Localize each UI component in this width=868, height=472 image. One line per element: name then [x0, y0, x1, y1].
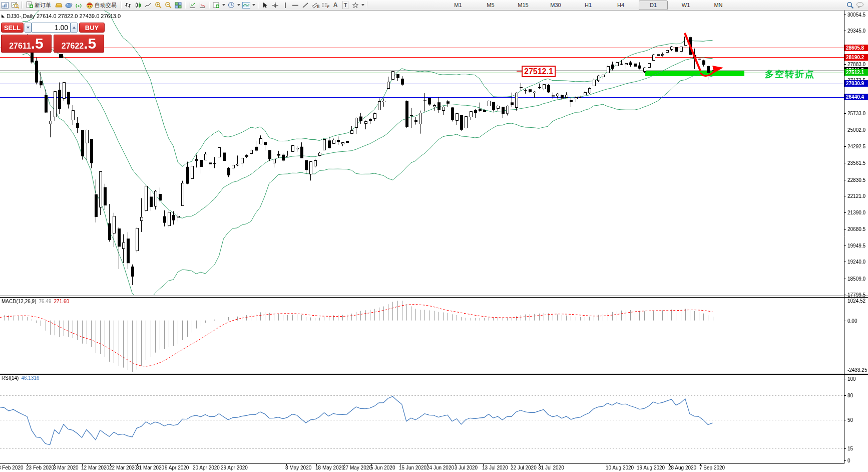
indicator-window-icon[interactable] — [187, 1, 197, 10]
template-icon[interactable] — [241, 1, 251, 10]
toolbar-separator — [22, 2, 23, 9]
candle-chart-mode-icon[interactable] — [133, 1, 143, 10]
period-caret-icon[interactable] — [237, 4, 240, 6]
rsi-indicator-label: RSI(14)46.1316 — [2, 375, 40, 381]
fibo-letter: F — [327, 5, 329, 9]
rsi-title: RSI(14) — [2, 375, 19, 381]
macd-title: MACD(12,26,9) — [2, 299, 36, 304]
arrows-caret-icon[interactable] — [361, 4, 364, 6]
template-caret-icon[interactable] — [252, 4, 255, 6]
date-axis-label: 22 Jul 2020 — [511, 465, 537, 470]
profiles-icon[interactable] — [10, 1, 20, 10]
toolbar-separator — [258, 2, 259, 9]
collapse-triangle-icon[interactable]: ◣ — [2, 14, 5, 18]
timeframe-button-M1[interactable]: M1 — [444, 1, 473, 10]
timeframe-button-M5[interactable]: M5 — [476, 1, 505, 10]
signals-icon[interactable] — [74, 1, 84, 10]
price-chart-canvas[interactable] — [0, 0, 868, 472]
arrows-tool-icon[interactable] — [350, 1, 360, 10]
buy-button[interactable]: BUY — [79, 23, 105, 33]
timeframe-button-M30[interactable]: M30 — [541, 1, 570, 10]
date-axis-label: 3 Mar 2020 — [53, 465, 79, 470]
date-axis-label: 22 Mar 2020 — [109, 465, 137, 470]
auto-trading-icon — [86, 2, 93, 9]
auto-trading-label: 自动交易 — [95, 2, 117, 9]
date-axis-label: 20 Apr 2020 — [193, 465, 220, 470]
sell-price-display[interactable]: 27611.5 — [1, 35, 52, 53]
text-label-tool-icon[interactable]: T — [340, 1, 350, 10]
toolbar-separator — [209, 2, 210, 9]
fibonacci-tool-icon[interactable]: F — [320, 1, 330, 10]
macd-indicator-label: MACD(12,26,9)76.49271.60 — [2, 299, 69, 304]
crosshair-icon[interactable] — [270, 1, 280, 10]
mql5-community-icon[interactable] — [64, 1, 74, 10]
toolbar-separator — [185, 2, 186, 9]
date-axis-label: 29 Apr 2020 — [221, 465, 248, 470]
search-icon[interactable] — [845, 1, 855, 10]
indicator-list-icon[interactable] — [197, 1, 207, 10]
chat-icon[interactable] — [855, 1, 865, 10]
tile-windows-icon[interactable] — [173, 1, 183, 10]
date-axis-label: 9 Apr 2020 — [165, 465, 189, 470]
date-axis-label: 19 Aug 2020 — [637, 465, 665, 470]
turning-point-annotation[interactable]: 多空转折点 — [765, 68, 815, 80]
caret-up-icon — [73, 27, 76, 29]
timeframe-button-D1[interactable]: D1 — [639, 1, 668, 10]
text-tool-icon[interactable]: A — [330, 1, 340, 10]
mt4-window: 新订单 自动交易 — [0, 0, 868, 472]
caret-down-icon — [27, 27, 30, 29]
date-axis-label: 7 Sep 2020 — [699, 465, 725, 470]
volume-input[interactable]: 1.00 — [32, 23, 71, 33]
new-order-label: 新订单 — [35, 2, 51, 9]
axis-price-tag: 28190.2 — [844, 54, 868, 61]
date-axis-label: 3 Jul 2020 — [455, 465, 478, 470]
buy-price-main: 27622 — [62, 38, 84, 55]
sell-button[interactable]: SELL — [1, 23, 24, 33]
new-chart-icon[interactable] — [0, 1, 10, 10]
line-chart-mode-icon[interactable] — [143, 1, 153, 10]
cursor-icon[interactable] — [260, 1, 270, 10]
trendline-tool-icon[interactable] — [300, 1, 310, 10]
axis-price-tag: 27512.1 — [844, 69, 868, 76]
zoom-in-icon[interactable] — [153, 1, 163, 10]
new-order-button[interactable]: 新订单 — [24, 1, 54, 10]
sell-price-frac: .5 — [31, 35, 44, 52]
date-axis: 3 Feb 202023 Feb 20203 Mar 202012 Mar 20… — [0, 464, 868, 472]
horizontal-line-tool-icon[interactable] — [290, 1, 300, 10]
volume-decrease-button[interactable] — [25, 23, 32, 33]
zoom-out-icon[interactable] — [163, 1, 173, 10]
date-axis-label: 10 Aug 2020 — [606, 465, 634, 470]
gold-icon[interactable] — [54, 1, 64, 10]
date-axis-label: 3 Feb 2020 — [0, 465, 24, 470]
vertical-line-tool-icon[interactable] — [280, 1, 290, 10]
date-axis-label: 28 Aug 2020 — [668, 465, 696, 470]
add-indicator-caret-icon[interactable] — [222, 4, 225, 6]
macd-signal-value: 271.60 — [54, 299, 70, 304]
chart-symbol-title: DJ30-,Daily 27614.0 27822.0 27439.0 2761… — [7, 13, 121, 19]
timeframe-toolbar: M1M5M15M30H1H4D1W1MN — [444, 1, 736, 10]
bar-chart-mode-icon[interactable] — [123, 1, 133, 10]
add-indicator-icon[interactable] — [211, 1, 221, 10]
equidistant-channel-tool-icon[interactable]: E — [310, 1, 320, 10]
timeframe-button-H1[interactable]: H1 — [574, 1, 603, 10]
timeframe-button-W1[interactable]: W1 — [671, 1, 700, 10]
one-click-trade-panel: SELL 1.00 BUY 27611.5 27622.5 — [1, 23, 105, 54]
date-axis-label: 13 Jul 2020 — [482, 465, 508, 470]
price-level-annotation[interactable]: 27512.1 — [522, 66, 556, 77]
volume-increase-button[interactable] — [71, 23, 78, 33]
period-clock-icon[interactable] — [226, 1, 236, 10]
timeframe-button-M15[interactable]: M15 — [509, 1, 538, 10]
macd-value: 76.49 — [39, 299, 51, 304]
timeframe-button-H4[interactable]: H4 — [606, 1, 635, 10]
date-axis-label: 23 Feb 2020 — [26, 465, 54, 470]
auto-trading-button[interactable]: 自动交易 — [84, 1, 119, 10]
date-axis-label: 31 Mar 2020 — [136, 465, 164, 470]
date-axis-label: 24 Jun 2020 — [426, 465, 454, 470]
rsi-value: 46.1316 — [21, 375, 39, 381]
timeframe-button-MN[interactable]: MN — [704, 1, 733, 10]
buy-price-display[interactable]: 27622.5 — [54, 35, 104, 53]
axis-price-tag: 27030.9 — [844, 80, 868, 87]
sell-price-main: 27611 — [9, 38, 31, 55]
date-axis-label: 5 Jun 2020 — [370, 465, 395, 470]
date-axis-label: 31 Jul 2020 — [538, 465, 564, 470]
